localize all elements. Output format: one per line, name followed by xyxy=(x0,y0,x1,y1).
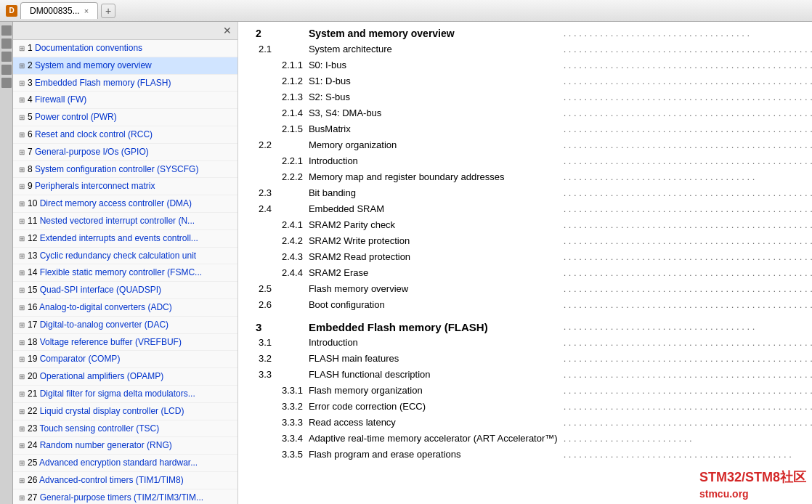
table-row: 2.6Boot configuration. . . . . . . . . .… xyxy=(253,298,812,314)
content-area[interactable]: 2System and memory overview. . . . . . .… xyxy=(238,22,812,504)
table-row: 3.3FLASH functional description. . . . .… xyxy=(253,367,812,383)
toc-item-text: 20 Operational amplifiers (OPAMP) xyxy=(28,370,233,383)
toc-item-text: 17 Digital-to-analog converter (DAC) xyxy=(28,319,233,331)
left-icon-5 xyxy=(1,78,12,88)
expand-icon: ⊞ xyxy=(19,338,25,348)
table-row: 2.4.1SRAM2 Parity check. . . . . . . . .… xyxy=(253,218,812,234)
table-row: 3.2FLASH main features. . . . . . . . . … xyxy=(253,351,812,367)
toc-item[interactable]: ⊞5 Power control (PWR) xyxy=(13,109,237,126)
toc-item-text: 26 Advanced-control timers (TIM1/TIM8) xyxy=(28,474,233,487)
toc-item[interactable]: ⊞15 Quad-SPI interface (QUADSPI) xyxy=(13,282,237,299)
toc-item-text: 15 Quad-SPI interface (QUADSPI) xyxy=(28,284,233,296)
toc-item[interactable]: ⊞7 General-purpose I/Os (GPIO) xyxy=(13,144,237,161)
expand-icon: ⊞ xyxy=(19,407,25,417)
table-row: 2.1.5BusMatrix. . . . . . . . . . . . . … xyxy=(253,122,812,138)
table-row: 3.3.3Read access latency. . . . . . . . … xyxy=(253,415,812,431)
chapter-heading-row: 3Embedded Flash memory (FLASH). . . . . … xyxy=(253,314,812,336)
toc-item[interactable]: ⊞4 Firewall (FW) xyxy=(13,92,237,109)
toc-item-text: 4 Firewall (FW) xyxy=(28,94,233,106)
toc-item[interactable]: ⊞24 Random number generator (RNG) xyxy=(13,437,237,455)
toc-item[interactable]: ⊞25 Advanced encryption standard hardwar… xyxy=(13,455,237,472)
toc-header: ✕ xyxy=(13,22,237,40)
toc-item[interactable]: ⊞14 Flexible static memory controller (F… xyxy=(13,264,237,282)
toc-item[interactable]: ⊞20 Operational amplifiers (OPAMP) xyxy=(13,368,237,386)
toc-item-text: 11 Nested vectored interrupt controller … xyxy=(28,215,233,227)
table-row: 2.2.2Memory map and register boundary ad… xyxy=(253,170,812,186)
toc-close-button[interactable]: ✕ xyxy=(223,25,232,36)
toc-item[interactable]: ⊞18 Voltage reference buffer (VREFBUF) xyxy=(13,334,237,351)
table-row: 3.3.4Adaptive real-time memory accelerat… xyxy=(253,431,812,447)
expand-icon: ⊞ xyxy=(19,61,25,71)
table-row: 2.4.3SRAM2 Read protection. . . . . . . … xyxy=(253,250,812,266)
table-row: 3.1Introduction. . . . . . . . . . . . .… xyxy=(253,336,812,351)
toc-item[interactable]: ⊞9 Peripherals interconnect matrix xyxy=(13,178,237,195)
expand-icon: ⊞ xyxy=(19,458,25,468)
toc-item-text: 24 Random number generator (RNG) xyxy=(28,439,233,452)
table-row: 2.3Bit banding. . . . . . . . . . . . . … xyxy=(253,186,812,202)
toc-item-text: 19 Comparator (COMP) xyxy=(28,353,233,365)
expand-icon: ⊞ xyxy=(19,303,25,313)
toc-item[interactable]: ⊞3 Embedded Flash memory (FLASH) xyxy=(13,75,237,92)
toc-item-text: 1 Documentation conventions xyxy=(28,42,233,54)
expand-icon: ⊞ xyxy=(19,147,25,158)
toc-item[interactable]: ⊞17 Digital-to-analog converter (DAC) xyxy=(13,317,237,334)
toc-item[interactable]: ⊞11 Nested vectored interrupt controller… xyxy=(13,213,237,230)
toc-item[interactable]: ⊞1 Documentation conventions xyxy=(13,40,237,57)
expand-icon: ⊞ xyxy=(19,320,25,330)
expand-icon: ⊞ xyxy=(19,165,25,175)
expand-icon: ⊞ xyxy=(19,199,25,209)
toc-item[interactable]: ⊞13 Cyclic redundancy check calculation … xyxy=(13,248,237,265)
toc-item[interactable]: ⊞19 Comparator (COMP) xyxy=(13,351,237,368)
toc-item-text: 23 Touch sensing controller (TSC) xyxy=(28,423,233,435)
expand-icon: ⊞ xyxy=(19,285,25,296)
table-row: 2.4Embedded SRAM. . . . . . . . . . . . … xyxy=(253,202,812,218)
toc-item[interactable]: ⊞2 System and memory overview xyxy=(13,57,237,75)
left-icon-1 xyxy=(1,25,12,36)
table-row: 2.5Flash memory overview. . . . . . . . … xyxy=(253,282,812,298)
expand-icon: ⊞ xyxy=(19,130,25,140)
expand-icon: ⊞ xyxy=(19,389,25,399)
toc-item-text: 5 Power control (PWR) xyxy=(28,111,233,123)
left-icon-2 xyxy=(1,38,12,49)
table-row: 2.2.1Introduction. . . . . . . . . . . .… xyxy=(253,154,812,170)
toc-item[interactable]: ⊞26 Advanced-control timers (TIM1/TIM8) xyxy=(13,472,237,489)
expand-icon: ⊞ xyxy=(19,354,25,365)
table-row: 2.1.2S1: D-bus. . . . . . . . . . . . . … xyxy=(253,74,812,90)
table-row: 2.4.4SRAM2 Erase. . . . . . . . . . . . … xyxy=(253,266,812,282)
expand-icon: ⊞ xyxy=(19,476,25,486)
toc-item-text: 7 General-purpose I/Os (GPIO) xyxy=(28,146,233,158)
toc-item[interactable]: ⊞10 Direct memory access controller (DMA… xyxy=(13,195,237,213)
table-row: 3.3.5Flash program and erase operations.… xyxy=(253,447,812,463)
expand-icon: ⊞ xyxy=(19,372,25,382)
expand-icon: ⊞ xyxy=(19,251,25,261)
tab-close-button[interactable]: × xyxy=(84,7,89,15)
new-tab-button[interactable]: + xyxy=(101,4,115,18)
toc-item-text: 18 Voltage reference buffer (VREFBUF) xyxy=(28,336,233,349)
toc-item-text: 21 Digital filter for sigma delta modula… xyxy=(28,388,233,400)
toc-item[interactable]: ⊞12 Extended interrupts and events contr… xyxy=(13,230,237,248)
toc-item-text: 25 Advanced encryption standard hardwar.… xyxy=(28,457,233,469)
toc-item[interactable]: ⊞23 Touch sensing controller (TSC) xyxy=(13,420,237,438)
toc-item-text: 12 Extended interrupts and events contro… xyxy=(28,232,233,245)
toc-item[interactable]: ⊞8 System configuration controller (SYSC… xyxy=(13,161,237,179)
table-row: 3.3.1Flash memory organization. . . . . … xyxy=(253,383,812,399)
expand-icon: ⊞ xyxy=(19,268,25,278)
expand-icon: ⊞ xyxy=(19,234,25,244)
toc-item[interactable]: ⊞21 Digital filter for sigma delta modul… xyxy=(13,386,237,403)
toc-item[interactable]: ⊞6 Reset and clock control (RCC) xyxy=(13,126,237,144)
toc-item[interactable]: ⊞27 General-purpose timers (TIM2/TIM3/TI… xyxy=(13,489,237,504)
toc-item-text: 6 Reset and clock control (RCC) xyxy=(28,129,233,141)
browser-tab[interactable]: DM000835... × xyxy=(20,2,98,19)
app-icon: D xyxy=(6,5,17,17)
table-row: 2.4.2SRAM2 Write protection. . . . . . .… xyxy=(253,234,812,250)
toc-item[interactable]: ⊞22 Liquid crystal display controller (L… xyxy=(13,403,237,420)
expand-icon: ⊞ xyxy=(19,95,25,105)
expand-icon: ⊞ xyxy=(19,216,25,227)
toc-item[interactable]: ⊞16 Analog-to-digital converters (ADC) xyxy=(13,299,237,317)
toc-item-text: 22 Liquid crystal display controller (LC… xyxy=(28,405,233,418)
toc-item-text: 16 Analog-to-digital converters (ADC) xyxy=(28,301,233,314)
section2-title: System and memory overview xyxy=(306,22,561,42)
left-icon-4 xyxy=(1,65,12,75)
expand-icon: ⊞ xyxy=(19,441,25,451)
toc-list[interactable]: ⊞1 Documentation conventions⊞2 System an… xyxy=(13,40,237,504)
